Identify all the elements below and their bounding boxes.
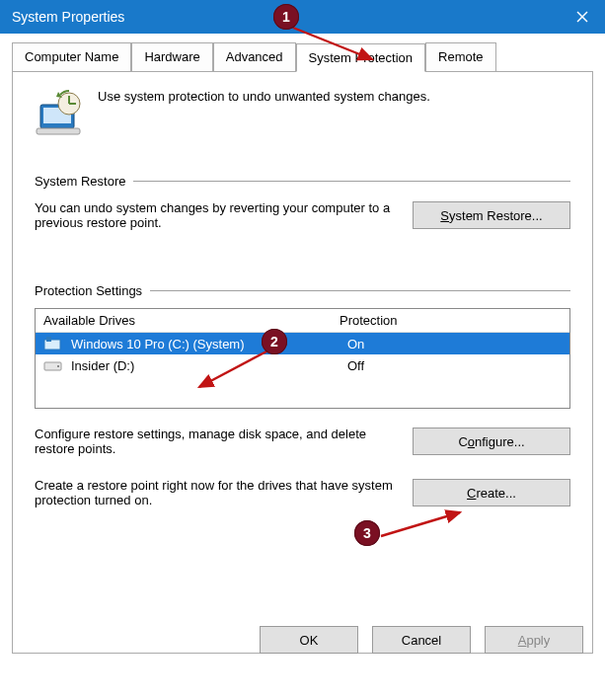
- drive-name: Windows 10 Pro (C:) (System): [71, 337, 340, 351]
- titlebar[interactable]: System Properties: [0, 0, 605, 34]
- system-restore-description: You can undo system changes by reverting…: [35, 200, 397, 230]
- create-description: Create a restore point right now for the…: [35, 478, 397, 507]
- svg-point-12: [57, 365, 59, 367]
- drive-row[interactable]: Insider (D:) Off: [36, 354, 569, 376]
- svg-rect-4: [37, 128, 80, 134]
- drives-list[interactable]: Available Drives Protection Windows 10 P…: [35, 308, 570, 409]
- divider: [150, 290, 570, 291]
- group-system-restore: System Restore You can undo system chang…: [35, 174, 570, 230]
- ok-button[interactable]: OK: [260, 626, 358, 654]
- drive-status: On: [347, 337, 562, 351]
- tab-remote[interactable]: Remote: [425, 42, 496, 71]
- annotation-badge-3: 3: [354, 520, 380, 546]
- tabstrip: Computer Name Hardware Advanced System P…: [12, 42, 593, 72]
- tab-advanced[interactable]: Advanced: [213, 42, 296, 71]
- drive-icon: [43, 357, 63, 373]
- divider: [133, 181, 570, 182]
- tabpanel-system-protection: Use system protection to undo unwanted s…: [12, 71, 593, 654]
- drive-icon: [43, 336, 63, 351]
- create-button[interactable]: Create...: [413, 479, 570, 506]
- annotation-badge-1: 1: [273, 4, 299, 30]
- drives-header: Available Drives Protection: [36, 309, 569, 333]
- configure-button[interactable]: Configure...: [413, 428, 570, 455]
- tab-system-protection[interactable]: System Protection: [296, 43, 426, 72]
- system-restore-button[interactable]: System Restore...: [413, 201, 570, 229]
- drive-row[interactable]: Windows 10 Pro (C:) (System) On: [36, 333, 569, 354]
- drive-status: Off: [347, 358, 562, 373]
- dialog-footer: OK Cancel Apply: [260, 626, 583, 654]
- tab-hardware[interactable]: Hardware: [131, 42, 212, 71]
- tab-computer-name[interactable]: Computer Name: [12, 42, 131, 71]
- svg-rect-10: [46, 337, 51, 342]
- apply-button[interactable]: Apply: [485, 626, 583, 654]
- cancel-button[interactable]: Cancel: [372, 626, 471, 654]
- configure-description: Configure restore settings, manage disk …: [35, 427, 397, 456]
- group-protection-settings: Protection Settings Available Drives Pro…: [35, 283, 570, 507]
- close-icon: [576, 11, 588, 23]
- close-button[interactable]: [560, 0, 605, 34]
- group-title-protection-settings: Protection Settings: [35, 283, 142, 298]
- col-protection: Protection: [340, 313, 562, 328]
- drive-name: Insider (D:): [71, 358, 340, 373]
- system-protection-icon: [35, 89, 84, 138]
- group-title-system-restore: System Restore: [35, 174, 125, 189]
- window-title: System Properties: [12, 9, 124, 25]
- annotation-badge-2: 2: [262, 329, 287, 354]
- col-available-drives: Available Drives: [43, 313, 340, 328]
- intro-text: Use system protection to undo unwanted s…: [98, 89, 430, 104]
